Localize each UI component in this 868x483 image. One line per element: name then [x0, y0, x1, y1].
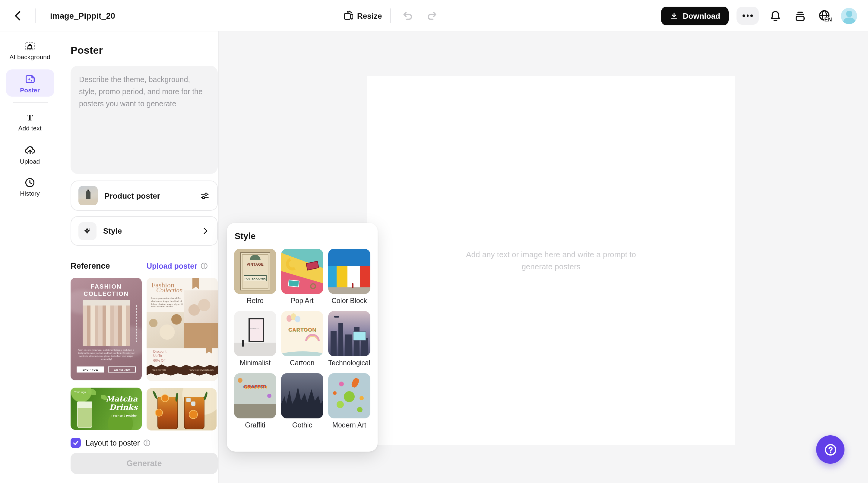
product-thumbnail — [79, 186, 98, 205]
poster-sparkle-icon — [24, 73, 36, 85]
svg-text:T: T — [27, 112, 33, 122]
prompt-input[interactable] — [70, 66, 218, 174]
assets-stack-icon — [794, 9, 806, 22]
layout-to-poster-row: Layout to poster — [70, 438, 208, 448]
modern-art-thumbnail — [328, 373, 370, 418]
style-row-label: Style — [103, 226, 194, 235]
style-tile-gothic[interactable]: Gothic — [281, 373, 323, 429]
text-t-icon: T — [24, 112, 36, 123]
ref1-phone: 123-456-7890 — [108, 367, 136, 372]
ref2-discount-1: Discount — [153, 349, 166, 354]
style-tile-modern-art[interactable]: Modern Art — [328, 373, 370, 429]
ref1-body: From chic everyday wear to statement pie… — [75, 349, 137, 361]
svg-text:EN: EN — [824, 16, 832, 22]
notifications-button[interactable] — [767, 7, 783, 24]
reference-header: Reference Upload poster — [70, 261, 208, 271]
style-tile-cartoon[interactable]: CARTOON Cartoon — [281, 311, 323, 367]
ref2-discount-2: Up To — [153, 354, 166, 359]
minimalist-thumbnail: MINIMALIST — [234, 311, 276, 356]
style-row[interactable]: Style — [70, 216, 218, 246]
avatar[interactable] — [841, 7, 857, 24]
ref2-heels-photo — [184, 290, 218, 323]
technological-thumbnail — [328, 311, 370, 356]
sidebar-item-label: Upload — [7, 158, 53, 165]
sidebar-item-history[interactable]: History — [6, 173, 54, 200]
layout-checkbox-label: Layout to poster — [86, 438, 140, 447]
reference-poster-fashion-dark[interactable]: FASHION COLLECTION From chic everyday we… — [70, 278, 142, 380]
sidebar-item-label: History — [7, 190, 53, 197]
sidebar-item-add-text[interactable]: T Add text — [6, 108, 54, 135]
reference-poster-fashion-light[interactable]: Fashion Collection Lorem ipsum dolor sit… — [147, 278, 218, 381]
canvas[interactable]: Add any text or image here and write a p… — [367, 76, 735, 445]
ref2-website: www.yourownwebsite.com — [189, 369, 214, 371]
upload-poster-link[interactable]: Upload poster — [147, 262, 197, 270]
style-label: Retro — [234, 297, 276, 304]
ref3-logo: YourLogo — [74, 391, 86, 394]
sparkle-icon — [83, 226, 92, 236]
style-tile-pop-art[interactable]: Pop Art — [281, 249, 323, 304]
info-icon[interactable] — [200, 262, 208, 270]
clock-icon — [24, 177, 36, 188]
style-label: Minimalist — [234, 359, 276, 367]
check-icon — [72, 439, 79, 446]
back-button[interactable] — [10, 7, 27, 24]
reference-poster-matcha[interactable]: YourLogo Matcha Drinks Fresh and Healthy… — [70, 388, 142, 430]
more-options-button[interactable] — [737, 7, 759, 25]
ref1-title-1: FASHION — [70, 283, 142, 290]
help-button[interactable] — [816, 435, 844, 464]
assets-button[interactable] — [792, 7, 808, 24]
pop-art-thumbnail — [281, 249, 323, 294]
style-tile-retro[interactable]: VINTAGE POSTER COVER Retro — [234, 249, 276, 304]
divider — [35, 8, 36, 23]
ref2-body: Lorem ipsum dolor sit amet Sed do eiusmo… — [151, 297, 184, 309]
sidebar-item-upload[interactable]: Upload — [6, 140, 54, 168]
tool-sidebar: AI background Poster T Add text Upload — [0, 31, 60, 483]
language-button[interactable]: EN — [816, 7, 833, 24]
reference-title: Reference — [70, 261, 147, 271]
download-label: Download — [683, 11, 720, 20]
style-label: Gothic — [281, 421, 323, 429]
product-poster-label: Product poster — [104, 191, 193, 200]
style-popup-title: Style — [235, 231, 370, 241]
ref2-title-2: Collection — [156, 287, 183, 293]
ref1-clothes-photo — [83, 300, 130, 346]
ref2-flatlay-photo — [147, 312, 184, 348]
undo-button[interactable] — [399, 7, 416, 24]
info-icon[interactable] — [143, 439, 151, 447]
style-popup: Style VINTAGE POSTER COVER Retro Pop Art — [227, 223, 378, 452]
style-tile-graffiti[interactable]: GRAFFITI Graffiti — [234, 373, 276, 429]
redo-button[interactable] — [424, 7, 440, 24]
sidebar-item-poster[interactable]: Poster — [6, 69, 54, 96]
style-tile-minimalist[interactable]: MINIMALIST Minimalist — [234, 311, 276, 367]
more-dots-icon — [743, 15, 745, 17]
avatar-head — [846, 10, 852, 17]
resize-button[interactable]: Resize — [343, 10, 382, 21]
poster-panel: Poster Product poster Style — [60, 31, 219, 483]
sliders-icon[interactable] — [200, 191, 210, 201]
canvas-placeholder: Add any text or image here and write a p… — [455, 249, 648, 273]
cartoon-thumbnail: CARTOON — [281, 311, 323, 356]
marquee-bag-icon — [24, 40, 36, 52]
panel-title: Poster — [70, 45, 208, 57]
generate-button[interactable]: Generate — [70, 453, 218, 474]
style-tile-technological[interactable]: Technological — [328, 311, 370, 367]
sidebar-divider — [12, 102, 48, 103]
avatar-body — [843, 17, 855, 24]
reference-grid: FASHION COLLECTION From chic everyday we… — [70, 278, 208, 430]
download-button[interactable]: Download — [661, 6, 728, 25]
ref1-cta: SHOP NOW — [76, 367, 104, 372]
graffiti-thumbnail: GRAFFITI — [234, 373, 276, 418]
gothic-thumbnail — [281, 373, 323, 418]
question-mark-icon — [823, 442, 838, 457]
ref3-title-2: Drinks — [109, 403, 137, 412]
sidebar-item-ai-background[interactable]: AI background — [6, 37, 54, 64]
chevron-right-icon — [201, 226, 210, 235]
ref3-title-1: Matcha — [106, 394, 137, 403]
layout-checkbox[interactable] — [70, 438, 81, 448]
top-bar: image_Pippit_20 Resize — [0, 0, 868, 31]
undo-icon — [402, 10, 414, 22]
product-poster-row[interactable]: Product poster — [70, 180, 218, 211]
style-tile-color-block[interactable]: Color Block — [328, 249, 370, 304]
back-chevron-icon — [12, 10, 24, 22]
reference-poster-iced-tea[interactable] — [147, 388, 217, 430]
